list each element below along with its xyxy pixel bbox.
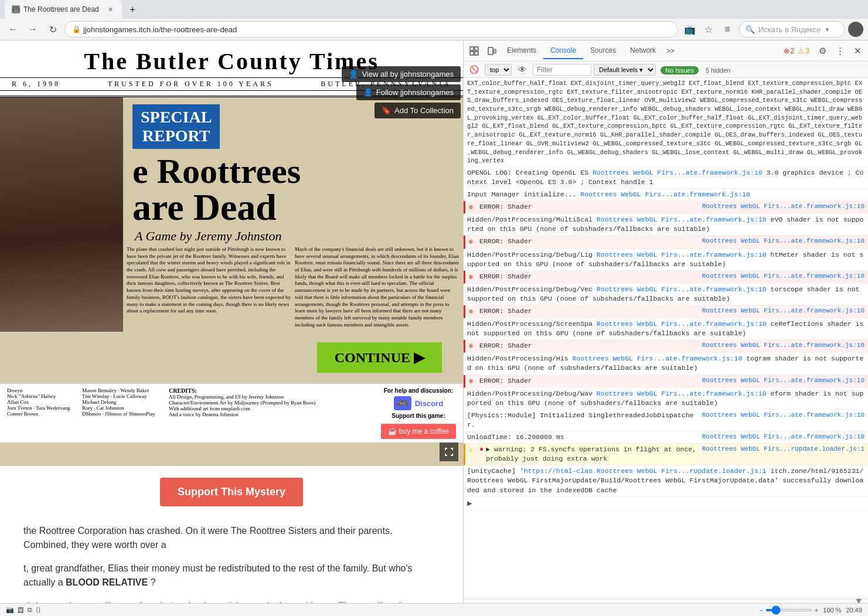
- debug-lig-link[interactable]: Roottrees WebGL Firs...ate.framework.js:…: [597, 251, 767, 258]
- top-context-select[interactable]: top: [485, 64, 512, 76]
- discord-link[interactable]: 🎮 Discord: [394, 396, 443, 410]
- svg-rect-3: [475, 52, 478, 55]
- console-msg-debug-lig: Hidden/PostProcessing/Debug/Lig Roottree…: [464, 249, 868, 271]
- newspaper-right: SPECIALREPORT e Roottrees are Dead A Gam…: [123, 97, 463, 332]
- continue-button[interactable]: CONTINUE ▶: [317, 342, 442, 373]
- unitycache-link2[interactable]: Roottrees WebGL Firs...rUpdate.loader.js…: [597, 467, 767, 475]
- window-icon[interactable]: ⧉: [28, 606, 32, 614]
- error-dot-syncfs: ●: [479, 445, 484, 455]
- console-msg-unloadtime: UnloadTime: 16.200000 ms Roottrees WebGL…: [464, 431, 868, 444]
- inspect-icon: [469, 46, 479, 56]
- opengl-link[interactable]: Roottrees WebGL Firs...ate.framework.js:…: [593, 169, 763, 176]
- roottrees-headline-1: e Roottrees: [127, 154, 459, 189]
- waveform-link[interactable]: Roottrees WebGL Firs...ate.framework.js:…: [597, 390, 767, 397]
- error-4-link[interactable]: Roottrees WebGL Firs...ate.framework.js:…: [702, 307, 864, 315]
- url-field[interactable]: 🔒 jjohnstongames.itch.io/the-roottrees-a…: [64, 21, 678, 38]
- credits-names-right: Mason Bemaley · Wendy Baker Tim Winslay …: [82, 387, 164, 439]
- add-to-collection-button[interactable]: 🔖 Add To Collection: [375, 103, 461, 118]
- error-1-link[interactable]: Roottrees WebGL Firs...ate.framework.js:…: [702, 202, 864, 211]
- tab-bar: 🎮 The Roottrees are Dead ✕ ＋: [0, 0, 868, 19]
- active-tab[interactable]: 🎮 The Roottrees are Dead ✕: [5, 0, 122, 19]
- article-col-1: The plane that crashed last night just o…: [127, 246, 291, 328]
- error-3-link[interactable]: Roottrees WebGL Firs...ate.framework.js:…: [702, 272, 864, 281]
- tab-console[interactable]: Console: [543, 43, 583, 59]
- browser-status: 📷 🖼 ⧉ ⟨⟩ − + 100 % 20:49: [0, 603, 868, 616]
- console-msg-warning-syncfs: ⚠ ● ▶ warning: 2 FS.syncfs operations in…: [464, 444, 868, 465]
- new-tab-button[interactable]: ＋: [124, 1, 141, 18]
- console-messages[interactable]: EXT_color_buffer_half_float EXT_disjoint…: [464, 78, 868, 598]
- debug-vec-link[interactable]: Roottrees WebGL Firs...ate.framework.js:…: [597, 285, 767, 293]
- reload-button[interactable]: ↻: [45, 21, 61, 38]
- scroll-down-button[interactable]: ▼: [854, 596, 863, 604]
- warning-triangle-icon: ⚠: [798, 47, 804, 55]
- tab-favicon: 🎮: [12, 5, 20, 13]
- console-msg-error-5: ⊗ ERROR: Shader Roottrees WebGL Firs...a…: [464, 340, 868, 353]
- search-dropdown-icon[interactable]: ▼: [825, 26, 830, 33]
- credits-names-right-text: Mason Bemaley · Wendy Baker Tim Winslay …: [82, 387, 164, 417]
- unloadtime-link[interactable]: Roottrees WebGL Firs...ate.framework.js:…: [702, 433, 864, 441]
- menu-button[interactable]: ≡: [719, 21, 736, 38]
- bookmark-button[interactable]: ☆: [700, 21, 717, 38]
- input-manager-link[interactable]: Roottrees WebGL Firs...ate.framework.js:…: [580, 190, 750, 198]
- description-text-3: dial as modern, you'll scour fan photos,…: [23, 599, 440, 603]
- profile-avatar[interactable]: [848, 22, 863, 37]
- inspect-element-button[interactable]: [466, 43, 482, 59]
- search-bar[interactable]: 🔍 Искать в Яндексе ▼: [739, 21, 845, 38]
- console-msg-input: Input Manager initialize... Roottrees We…: [464, 189, 868, 201]
- devtools-toolbar: Elements Console Sources Network >> ⊗ 2: [464, 40, 868, 62]
- search-input[interactable]: Искать в Яндексе: [758, 25, 821, 34]
- support-mystery-button[interactable]: Support This Mystery: [160, 478, 303, 506]
- cast-status-icon[interactable]: 🖼: [18, 607, 24, 614]
- back-button[interactable]: ←: [5, 21, 21, 38]
- zoom-control: − +: [759, 607, 818, 614]
- screenshot-icon[interactable]: 📷: [6, 606, 14, 614]
- device-toolbar-button[interactable]: [484, 43, 500, 59]
- error-6-link[interactable]: Roottrees WebGL Firs...ate.framework.js:…: [702, 376, 864, 385]
- console-eye-button[interactable]: 👁: [514, 62, 530, 78]
- console-clear-button[interactable]: 🚫: [466, 62, 482, 78]
- tab-elements[interactable]: Elements: [500, 43, 543, 59]
- multiscal-link[interactable]: Roottrees WebGL Firs...ate.framework.js:…: [597, 216, 767, 223]
- more-tabs-button[interactable]: >>: [663, 45, 678, 57]
- console-level-select[interactable]: Default levels ▾: [594, 64, 656, 76]
- game-byline: A Game by Jeremy Johnston: [127, 229, 459, 244]
- search-icon: 🔍: [746, 25, 755, 34]
- devtools-customize-button[interactable]: ⋮: [832, 43, 848, 59]
- zoom-increase-button[interactable]: +: [815, 607, 818, 614]
- console-cursor: ▶: [467, 498, 472, 510]
- fullscreen-button[interactable]: [440, 443, 458, 461]
- console-msg-error-4: ⊗ ERROR: Shader Roottrees WebGL Firs...a…: [464, 305, 868, 318]
- unitycache-link[interactable]: https://html-clas: [524, 467, 593, 475]
- histogram-link[interactable]: Roottrees WebGL Firs...ate.framework.js:…: [572, 355, 742, 362]
- devtools-close-button[interactable]: ✕: [849, 43, 866, 59]
- console-filter-input[interactable]: [533, 64, 591, 76]
- error-2-link[interactable]: Roottrees WebGL Firs...ate.framework.js:…: [702, 237, 864, 246]
- zoom-decrease-button[interactable]: −: [759, 607, 763, 614]
- cast-button[interactable]: 📺: [682, 21, 698, 38]
- console-cursor-row[interactable]: ▶: [464, 497, 868, 512]
- svg-rect-2: [470, 52, 474, 55]
- zoom-slider[interactable]: [765, 609, 812, 611]
- error-5-link[interactable]: Roottrees WebGL Firs...ate.framework.js:…: [702, 341, 864, 350]
- forward-button[interactable]: →: [25, 21, 41, 38]
- roottrees-headline-2: are Dead: [127, 189, 459, 226]
- game-panel: 👤 View all by jjohnstongames 👤 Follow jj…: [0, 40, 463, 603]
- overlay-buttons: 👤 View all by jjohnstongames 👤 Follow jj…: [342, 66, 461, 118]
- buy-coffee-button[interactable]: ☕ buy me a coffee: [381, 424, 456, 439]
- error-circle-icon: ⊗: [784, 47, 789, 55]
- tab-network[interactable]: Network: [623, 43, 663, 59]
- tab-sources[interactable]: Sources: [583, 43, 623, 59]
- article-col-2: Much of the company's financial deals ar…: [295, 246, 459, 328]
- screenspa-link[interactable]: Roottrees WebGL Firs...ate.framework.js:…: [597, 320, 767, 328]
- devtools-settings-button[interactable]: ⚙: [814, 43, 830, 59]
- dev-tools-icon[interactable]: ⟨⟩: [36, 606, 40, 614]
- special-report: SPECIALREPORT: [132, 104, 220, 149]
- follow-icon: 👤: [363, 88, 373, 97]
- error-icon-2: ⊗: [469, 237, 477, 247]
- view-all-button[interactable]: 👤 View all by jjohnstongames: [342, 66, 461, 82]
- physics-link[interactable]: Roottrees WebGL Firs...ate.framework.js:…: [702, 411, 864, 420]
- follow-button[interactable]: 👤 Follow jjohnstongames: [356, 84, 461, 100]
- tab-close-button[interactable]: ✕: [105, 5, 115, 14]
- newspaper-main: SPECIALREPORT e Roottrees are Dead A Gam…: [0, 97, 463, 332]
- syncfs-link[interactable]: Roottrees WebGL Firs...rUpdate.loader.js…: [702, 445, 864, 454]
